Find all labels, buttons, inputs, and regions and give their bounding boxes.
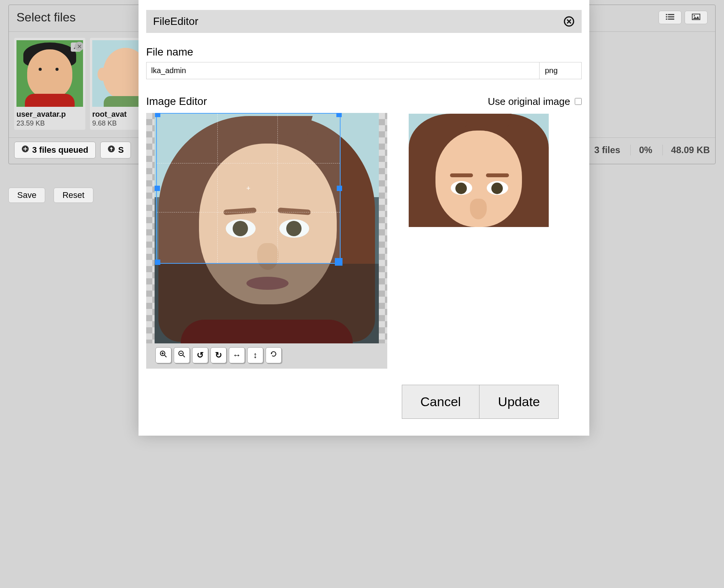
reset-button[interactable]: Reset <box>54 188 93 203</box>
svg-rect-10 <box>23 149 27 149</box>
svg-rect-1 <box>668 14 675 15</box>
crop-handle[interactable] <box>337 186 342 191</box>
flip-vertical-icon: ↕ <box>253 350 258 360</box>
close-icon[interactable] <box>563 16 575 27</box>
svg-rect-3 <box>668 16 675 18</box>
svg-rect-2 <box>666 16 667 18</box>
modal-title: FileEditor <box>153 15 198 28</box>
crop-handle[interactable] <box>155 113 160 117</box>
crop-handle[interactable] <box>335 258 342 266</box>
rotate-right-icon: ↻ <box>215 350 222 360</box>
status-summary: 3 files 0% 48.09 KB <box>594 145 710 155</box>
start-label: S <box>118 145 124 155</box>
svg-line-18 <box>183 355 185 357</box>
svg-line-14 <box>165 355 166 357</box>
use-original-toggle[interactable]: Use original image <box>488 96 582 108</box>
reset-crop-button[interactable] <box>266 347 282 363</box>
crop-handle[interactable] <box>155 186 160 191</box>
cancel-button[interactable]: Cancel <box>402 385 480 419</box>
svg-rect-4 <box>666 19 667 20</box>
crop-panel: + ↺ ↻ ↔ ↕ <box>146 113 387 369</box>
status-percent: 0% <box>630 145 652 155</box>
thumb-image: ✕ <box>16 40 83 107</box>
svg-rect-5 <box>668 19 675 20</box>
start-pill[interactable]: S <box>100 142 131 158</box>
queued-label: 3 files queued <box>32 145 88 155</box>
remove-icon[interactable]: ✕ <box>75 42 83 51</box>
filename-label: File name <box>146 46 582 58</box>
crop-mask <box>155 264 379 343</box>
save-button[interactable]: Save <box>8 188 45 203</box>
crop-handle[interactable] <box>336 113 342 117</box>
rotate-left-button[interactable]: ↺ <box>192 347 208 363</box>
status-files: 3 files <box>594 145 620 155</box>
zoom-out-button[interactable] <box>174 347 190 363</box>
thumb-filename: user_avatar.p <box>16 110 83 119</box>
file-thumb[interactable]: ✕ user_avatar.p 23.59 KB <box>14 38 85 130</box>
svg-rect-0 <box>666 14 667 15</box>
svg-point-7 <box>694 15 695 16</box>
update-button[interactable]: Update <box>479 385 559 419</box>
flip-vertical-button[interactable]: ↕ <box>247 347 263 363</box>
filename-input[interactable] <box>146 62 540 79</box>
refresh-icon <box>270 350 277 360</box>
zoom-in-button[interactable] <box>155 347 171 363</box>
list-icon <box>666 13 674 21</box>
use-original-checkbox[interactable] <box>575 98 582 105</box>
image-icon <box>692 13 700 21</box>
view-list-button[interactable] <box>659 11 682 24</box>
zoom-out-icon <box>178 350 186 360</box>
status-total: 48.09 KB <box>662 145 710 155</box>
file-extension: png <box>540 62 582 79</box>
zoom-in-icon <box>160 350 167 360</box>
queued-pill[interactable]: 3 files queued <box>14 142 96 158</box>
crop-selection[interactable]: + <box>156 113 341 264</box>
view-grid-button[interactable] <box>685 11 708 24</box>
plus-circle-icon <box>21 145 29 155</box>
panel-title: Select files <box>16 10 76 24</box>
flip-horizontal-button[interactable]: ↔ <box>229 347 245 363</box>
crop-canvas[interactable]: + <box>146 113 387 343</box>
image-editor-label: Image Editor <box>146 95 207 108</box>
file-editor-modal: FileEditor File name png Image Editor Us… <box>139 0 589 436</box>
flip-horizontal-icon: ↔ <box>233 350 241 360</box>
thumb-filesize: 23.59 KB <box>16 119 83 127</box>
upload-icon <box>108 145 115 155</box>
use-original-label: Use original image <box>488 96 570 108</box>
crosshair-icon: + <box>246 185 251 193</box>
rotate-right-button[interactable]: ↻ <box>210 347 227 363</box>
crop-handle[interactable] <box>155 260 160 265</box>
rotate-left-icon: ↺ <box>197 350 204 360</box>
crop-preview <box>409 114 549 227</box>
